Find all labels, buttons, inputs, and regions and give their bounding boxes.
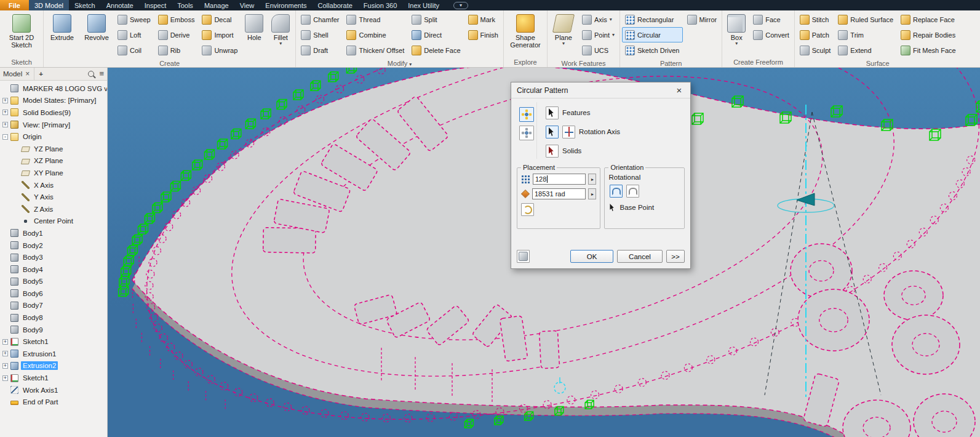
tree-item-body4[interactable]: Body4	[0, 263, 107, 276]
tree-item-xz-plane[interactable]: XZ Plane	[0, 155, 107, 167]
tree-item-body6[interactable]: Body6	[0, 287, 107, 300]
direct-button[interactable]: Direct	[408, 27, 463, 42]
tree-item-body8[interactable]: Body8	[0, 311, 107, 324]
sculpt-button[interactable]: Sculpt	[797, 42, 834, 58]
tree-item-extrusion1[interactable]: +Extrusion1	[0, 348, 107, 360]
shape-generator-button[interactable]: Shape Generator	[506, 12, 545, 49]
tree-item-xy-plane[interactable]: XY Plane	[0, 167, 107, 179]
tree-item-x-axis[interactable]: X Axis	[0, 179, 107, 191]
dialog-help-button[interactable]	[517, 250, 530, 263]
face-button[interactable]: Face	[750, 12, 792, 27]
angle-flyout-button[interactable]: ▸	[588, 188, 596, 199]
coil-button[interactable]: Coil	[114, 42, 154, 58]
ruled-surface-button[interactable]: Ruled Surface	[835, 12, 896, 27]
tab-sketch[interactable]: Sketch	[69, 0, 101, 10]
revolve-button[interactable]: Revolve	[80, 12, 113, 42]
rotation-axis-select-button[interactable]	[546, 126, 559, 138]
tree-item-origin[interactable]: -Origin	[0, 130, 107, 143]
tab-inex-utility[interactable]: Inex Utility	[402, 0, 445, 10]
trim-button[interactable]: Trim	[835, 27, 896, 42]
plane-button[interactable]: Plane▾	[549, 12, 578, 47]
expand-toggle[interactable]: +	[2, 351, 8, 356]
stitch-button[interactable]: Stitch	[797, 12, 834, 27]
group-label-modify[interactable]: Modify ▾	[296, 59, 503, 68]
loft-button[interactable]: Loft	[114, 27, 154, 42]
unwrap-button[interactable]: Unwrap	[199, 42, 241, 58]
combine-button[interactable]: Combine	[343, 27, 407, 42]
rectangular-pattern-button[interactable]: Rectangular	[622, 12, 682, 27]
import-button[interactable]: Import	[199, 27, 241, 42]
fit-mesh-face-button[interactable]: Fit Mesh Face	[898, 42, 959, 58]
replace-face-button[interactable]: Replace Face	[898, 12, 959, 27]
browser-tab-model[interactable]: Model ×	[3, 68, 34, 80]
tab-annotate[interactable]: Annotate	[101, 0, 139, 10]
browser-menu-icon[interactable]: ≡	[99, 71, 104, 77]
decal-button[interactable]: Decal	[199, 12, 241, 27]
split-button[interactable]: Split	[408, 12, 463, 27]
expand-toggle[interactable]: +	[2, 375, 8, 381]
close-icon[interactable]: ×	[674, 85, 685, 95]
circular-pattern-button[interactable]: Circular	[622, 27, 682, 42]
tree-item-view[interactable]: +View: [Primary]	[0, 119, 107, 131]
circular-pattern-dialog[interactable]: Circular Pattern × Features Rota	[511, 82, 691, 269]
sweep-button[interactable]: Sweep	[114, 12, 154, 27]
point-button[interactable]: Point▾	[579, 27, 618, 42]
delete-face-button[interactable]: Delete Face	[408, 42, 463, 58]
tree-item-solid-bodies[interactable]: +Solid Bodies(9)	[0, 106, 107, 119]
tab-fusion-360[interactable]: Fusion 360	[358, 0, 402, 10]
dialog-title-bar[interactable]: Circular Pattern ×	[511, 82, 690, 98]
tree-item-work-axis1[interactable]: Work Axis1	[0, 384, 107, 396]
mark-button[interactable]: Mark	[465, 12, 501, 27]
chamfer-button[interactable]: Chamfer	[298, 12, 342, 27]
expand-dialog-button[interactable]: >>	[666, 250, 685, 263]
tree-item-extrusion2-selected[interactable]: +Extrusion2	[0, 360, 107, 372]
tree-item-body1[interactable]: Body1	[0, 227, 107, 239]
ucs-button[interactable]: UCS	[579, 42, 618, 58]
close-icon[interactable]: ×	[25, 70, 30, 78]
convert-button[interactable]: Convert	[750, 27, 792, 42]
tree-item-center-point[interactable]: Center Point	[0, 215, 107, 228]
expand-toggle[interactable]: -	[2, 134, 8, 140]
axis-button[interactable]: Axis▾	[579, 12, 618, 27]
tab-environments[interactable]: Environments	[260, 0, 312, 10]
tree-item-body5[interactable]: Body5	[0, 276, 107, 288]
patch-button[interactable]: Patch	[797, 27, 834, 42]
finish-button[interactable]: Finish	[465, 27, 501, 42]
extend-button[interactable]: Extend	[835, 42, 896, 58]
tree-item-body3[interactable]: Body3	[0, 251, 107, 263]
expand-toggle[interactable]: +	[2, 363, 8, 369]
tree-item-y-axis[interactable]: Y Axis	[0, 191, 107, 203]
mirror-button[interactable]: Mirror	[684, 12, 720, 27]
tree-item-document[interactable]: MARKER 48 LOGO SVG v1.ipt	[0, 82, 107, 95]
derive-button[interactable]: Derive	[155, 27, 198, 42]
tree-item-body7[interactable]: Body7	[0, 300, 107, 312]
file-menu-button[interactable]: File	[0, 0, 29, 10]
pattern-entire-solid-button[interactable]	[519, 126, 534, 140]
start-2d-sketch-button[interactable]: Start 2D Sketch	[2, 12, 41, 49]
orientation-fixed-button[interactable]	[626, 185, 639, 198]
tree-item-end-of-part[interactable]: End of Part	[0, 396, 107, 408]
hole-button[interactable]: Hole	[242, 12, 266, 42]
count-flyout-button[interactable]: ▸	[588, 174, 596, 185]
tab-tools[interactable]: Tools	[172, 0, 199, 10]
tab-3d-model[interactable]: 3D Model	[29, 0, 69, 10]
tree-item-z-axis[interactable]: Z Axis	[0, 203, 107, 215]
expand-toggle[interactable]: +	[2, 339, 8, 345]
search-icon[interactable]	[88, 71, 94, 77]
solids-select-button[interactable]	[546, 145, 559, 158]
orientation-rotational-button[interactable]	[610, 185, 623, 198]
angle-input[interactable]: 18531 rad	[532, 188, 586, 199]
extrude-button[interactable]: Extrude	[46, 12, 79, 42]
expand-toggle[interactable]: +	[2, 122, 8, 127]
rotation-axis-flip-button[interactable]	[562, 126, 575, 138]
expand-toggle[interactable]: +	[2, 110, 8, 115]
rib-button[interactable]: Rib	[155, 42, 198, 58]
tab-manage[interactable]: Manage	[199, 0, 234, 10]
sketch-driven-pattern-button[interactable]: Sketch Driven	[622, 42, 682, 58]
emboss-button[interactable]: Emboss	[155, 12, 198, 27]
tree-item-body2[interactable]: Body2	[0, 239, 107, 252]
cancel-button[interactable]: Cancel	[617, 250, 663, 263]
thicken-offset-button[interactable]: Thicken/ Offset	[343, 42, 407, 58]
tree-item-yz-plane[interactable]: YZ Plane	[0, 143, 107, 155]
tree-item-body9[interactable]: Body9	[0, 324, 107, 336]
